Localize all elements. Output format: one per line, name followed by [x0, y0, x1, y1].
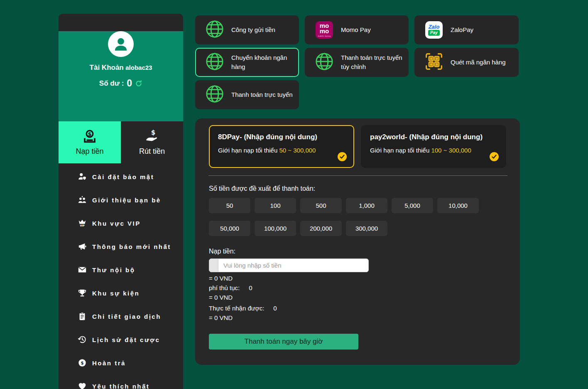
account-username: alobac23: [125, 64, 152, 71]
payment-method-tile[interactable]: Thanh toán trực tuyến: [195, 80, 299, 109]
actual-line: Thực tế nhận được:0: [209, 305, 520, 312]
calculation-block: = 0 VND phí thủ tục:0 = 0 VND Thực tế nh…: [209, 275, 520, 321]
amount-button[interactable]: 500: [300, 198, 342, 213]
sidebar-menu-item[interactable]: VIP Khu vực VIP: [59, 212, 183, 235]
amount-button[interactable]: 100,000: [255, 221, 296, 236]
pay-now-button[interactable]: Thanh toán ngay bây giờ: [209, 334, 358, 350]
sidebar-menu-item[interactable]: Chi tiết giao dịch: [59, 305, 183, 328]
history-icon: [78, 335, 87, 344]
suggest-amount-label: Số tiền được đề xuất để thanh toán:: [209, 185, 520, 192]
globe-icon: [205, 53, 224, 72]
payment-method-tile[interactable]: Quét mã ngân hàng: [414, 48, 519, 77]
payment-method-tile[interactable]: ZaloPay ZaloPay: [414, 15, 519, 44]
user-icon: [111, 34, 130, 54]
tab-deposit[interactable]: $ Nạp tiền: [59, 121, 121, 163]
svg-text:VIP: VIP: [80, 224, 85, 227]
svg-text:$: $: [81, 361, 83, 365]
balance-value: 0: [127, 78, 132, 89]
fee-line: phí thủ tục:0: [209, 284, 520, 291]
sidebar-menu-item[interactable]: Giới thiệu bạn bè: [59, 188, 183, 212]
amount-button[interactable]: 50,000: [209, 221, 250, 236]
limit-label: Giới hạn nạp tối thiểu: [370, 147, 429, 154]
account-title: Tài Khoản: [90, 64, 124, 71]
input-addon: [209, 259, 218, 272]
amount-button[interactable]: 1,000: [346, 198, 387, 213]
payment-channel-card[interactable]: pay2world- (Nhập đúng nội dung) Giới hạn…: [361, 125, 506, 168]
amount-button[interactable]: 200,000: [300, 221, 342, 236]
sidebar-menu-item[interactable]: Khu sự kiện: [59, 281, 183, 305]
sidebar-menu-item[interactable]: $ Hoàn trả: [59, 351, 183, 374]
payment-method-grid: Công ty gửi tiền momomobile money Momo P…: [195, 15, 520, 109]
check-badge-icon: [338, 152, 347, 161]
divider: [208, 175, 507, 176]
refund-dollar-icon: $: [78, 358, 87, 367]
check-badge-icon: [490, 152, 499, 161]
account-name-line: Tài Khoản alobac23: [59, 64, 183, 72]
actual-label: Thực tế nhận được:: [209, 305, 264, 312]
trophy-icon: [78, 288, 87, 298]
balance-label: Số dư :: [99, 79, 124, 88]
limit-value: 100 ~ 300,000: [431, 147, 471, 154]
payment-channel-card[interactable]: 8DPay- (Nhập đúng nội dung) Giới hạn nạp…: [209, 125, 354, 168]
fee-value: 0: [249, 284, 252, 291]
heart-icon: [78, 382, 87, 389]
payment-method-tile[interactable]: momomobile money Momo Pay: [305, 15, 409, 44]
amount-button[interactable]: 300,000: [346, 221, 387, 236]
qr-code-icon: [424, 53, 443, 72]
actual-value: 0: [273, 305, 277, 312]
fee-label: phí thủ tục:: [209, 284, 240, 291]
withdraw-icon: $: [145, 129, 159, 144]
channel-name: 8DPay-: [218, 133, 242, 141]
amount-button[interactable]: 5,000: [392, 198, 433, 213]
payment-method-tile[interactable]: Thanh toán trực tuyến tùy chỉnh: [305, 48, 409, 77]
channel-note: (Nhập đúng nội dung): [244, 133, 317, 141]
sidebar-menu: Cài đặt bảo mật Giới thiệu bạn bè VIP Kh…: [59, 163, 183, 389]
tab-withdraw[interactable]: $ Rút tiền: [121, 121, 183, 163]
globe-icon: [315, 53, 334, 72]
amount-button[interactable]: 10,000: [437, 198, 479, 213]
transaction-detail-icon: [78, 312, 87, 321]
channel-name: pay2world-: [370, 133, 407, 141]
converted-fee: = 0 VND: [209, 294, 520, 301]
megaphone-icon: [78, 242, 87, 251]
amount-button[interactable]: 100: [255, 198, 296, 213]
balance-line: Số dư : 0: [59, 78, 183, 89]
user-shield-icon: [78, 172, 87, 181]
sidebar-menu-item[interactable]: Thông báo mới nhất: [59, 235, 183, 258]
avatar: [108, 31, 134, 57]
wallet-tabs: $ Nạp tiền $ Rút tiền: [59, 121, 183, 163]
amount-button-group: 501005001,0005,00010,00050,000100,000200…: [209, 198, 491, 236]
svg-text:$: $: [151, 129, 155, 136]
converted-actual: = 0 VND: [209, 314, 520, 321]
amount-input[interactable]: [218, 259, 368, 272]
envelope-icon: [78, 265, 87, 274]
sidebar-menu-item[interactable]: Lịch sử đặt cược: [59, 328, 183, 351]
channel-note: (Nhập đúng nội dung): [409, 133, 483, 141]
account-card: Tài Khoản alobac23 Số dư : 0: [59, 31, 183, 121]
zalopay-logo: ZaloPay: [424, 20, 443, 39]
sidebar: Tài Khoản alobac23 Số dư : 0 $ Nạp tiền …: [59, 14, 183, 389]
payment-method-tile[interactable]: Chuyển khoản ngân hàng: [195, 48, 299, 77]
deposit-icon: $: [82, 129, 97, 144]
globe-icon: [205, 20, 224, 39]
converted-amount: = 0 VND: [209, 275, 520, 282]
sidebar-menu-item[interactable]: Cài đặt bảo mật: [59, 165, 183, 188]
amount-input-group: [209, 259, 369, 272]
vip-crown-icon: VIP: [78, 219, 87, 228]
limit-label: Giới hạn nạp tối thiểu: [218, 147, 277, 154]
deposit-amount-label: Nạp tiền:: [209, 248, 520, 255]
payment-method-tile[interactable]: Công ty gửi tiền: [195, 15, 299, 44]
referral-friends-icon: [78, 195, 87, 204]
refresh-icon[interactable]: [135, 80, 142, 87]
amount-button[interactable]: 50: [209, 198, 250, 213]
channel-list: 8DPay- (Nhập đúng nội dung) Giới hạn nạp…: [195, 118, 520, 168]
globe-icon: [205, 85, 224, 104]
svg-text:$: $: [88, 131, 92, 137]
limit-value: 50 ~ 300,000: [279, 147, 316, 154]
sidebar-menu-item[interactable]: Yêu thích nhất: [59, 374, 183, 389]
sidebar-menu-item[interactable]: Thư nội bộ: [59, 258, 183, 281]
deposit-panel: 8DPay- (Nhập đúng nội dung) Giới hạn nạp…: [195, 118, 520, 365]
momo-logo: momomobile money: [315, 20, 334, 39]
